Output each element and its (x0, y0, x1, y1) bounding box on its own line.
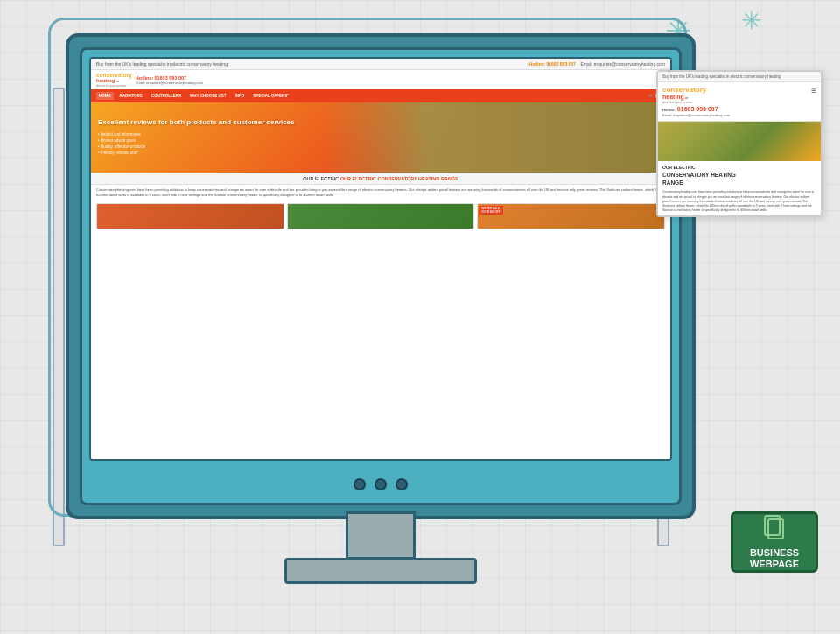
hero-background-image (323, 102, 670, 173)
site-logo-row: conservatory heating at direct-to-you pr… (91, 70, 670, 89)
mobile-section-title: OUR ELECTRIC CONSERVATORY HEATING RANGE (658, 161, 821, 188)
mobile-menu-icon[interactable]: ≡ (811, 86, 816, 95)
mobile-body-text: Conservatoryheating.com have been provid… (658, 188, 821, 215)
site-logo: conservatory heating at direct-to-you pr… (96, 72, 132, 88)
site-contact-info: Hotline: 01603 893 007 Email: enquiries@… (136, 75, 203, 85)
mobile-email: Email: enquiries@conservatoryheating.com (662, 113, 816, 117)
hero-bullets: Helpful and informative Honest advice gi… (98, 131, 295, 157)
topbar-tagline: Buy from the UK's leading specialist in … (96, 61, 228, 67)
nav-radiators[interactable]: RADIATORS (117, 92, 145, 100)
nav-why-choose[interactable]: WHY CHOOSE US? (187, 92, 228, 100)
monitor-bezel: Buy from the UK's leading specialist in … (80, 47, 682, 505)
monitor-dot-3 (396, 478, 408, 490)
monitor-dot-2 (374, 478, 387, 490)
section-heading-highlight: OUR ELECTRIC CONSERVATORY HEATING RANGE (340, 176, 458, 181)
site-hero: Excellent reviews for both products and … (91, 102, 670, 173)
left-ruler-bar (52, 88, 65, 546)
sale-badge: WINTER SALEOVER £60 OFF! (480, 206, 502, 215)
business-badge-icon (761, 514, 788, 544)
monitor-stand-neck (346, 511, 416, 560)
mobile-hero-image (658, 122, 821, 161)
website-content: Buy from the UK's leading specialist in … (91, 59, 670, 459)
monitor-dot-1 (354, 478, 366, 490)
site-body-text: Conservatoryheating.com have been provid… (91, 185, 670, 201)
document-icon (761, 514, 788, 540)
mobile-logo: conservatory conservatory heating at dir… (662, 86, 706, 104)
mobile-topbar: Buy from the UK's leading specialist in … (658, 72, 821, 82)
monitor-stand-base (284, 558, 477, 584)
business-webpage-badge: BUSINESS WEBPAGE (731, 511, 818, 573)
snowflake-icon-2: ✳ (741, 9, 761, 33)
mobile-hero-overlay (658, 122, 821, 161)
nav-special-offers[interactable]: SPECIAL OFFERS* (250, 92, 291, 100)
monitor-screen: Buy from the UK's leading specialist in … (89, 57, 672, 461)
monitor-dots (354, 478, 408, 490)
nav-controllers[interactable]: CONTROLLERS (149, 92, 184, 100)
mobile-website-view: Buy from the UK's leading specialist in … (656, 70, 822, 217)
mobile-logo-area: conservatory conservatory heating at dir… (658, 82, 821, 122)
hero-title: Excellent reviews for both products and … (98, 118, 295, 127)
product-thumbnails: WINTER SALEOVER £60 OFF! (91, 201, 670, 232)
product-thumb-2 (287, 203, 475, 229)
product-thumb-3: WINTER SALEOVER £60 OFF! (477, 203, 665, 229)
site-navbar: HOME RADIATORS CONTROLLERS WHY CHOOSE US… (91, 89, 670, 102)
monitor-body: Buy from the UK's leading specialist in … (66, 33, 696, 519)
business-badge-text: BUSINESS WEBPAGE (750, 547, 799, 570)
mobile-hotline: Hotline: 01603 893 007 (662, 106, 816, 112)
nav-home[interactable]: HOME (96, 92, 114, 100)
section-heading: OUR ELECTRIC OUR ELECTRIC CONSERVATORY H… (91, 173, 670, 185)
hero-text: Excellent reviews for both products and … (91, 113, 302, 161)
product-thumb-1 (96, 203, 284, 229)
nav-info[interactable]: INFO (233, 92, 248, 100)
site-topbar: Buy from the UK's leading specialist in … (91, 59, 670, 70)
topbar-contact: Hotline: 01603 893 007 Email: enquiries@… (529, 61, 665, 67)
